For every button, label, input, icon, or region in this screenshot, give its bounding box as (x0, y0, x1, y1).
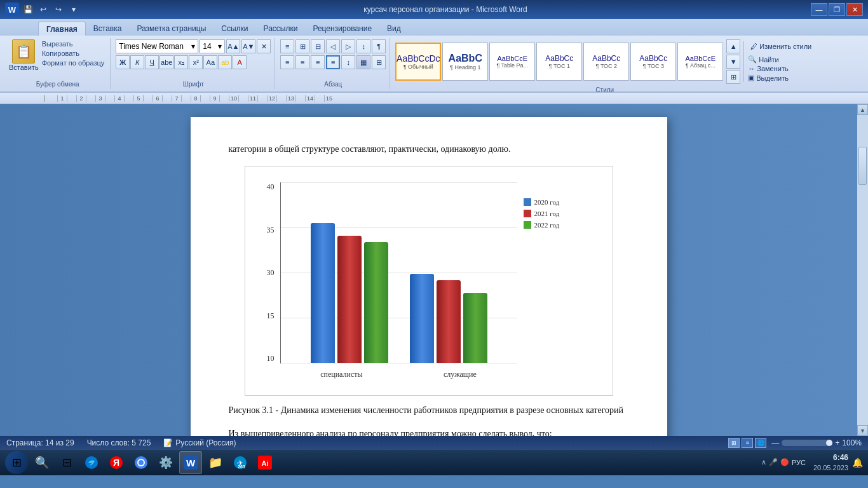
styles-scroll-down[interactable]: ▼ (726, 55, 740, 69)
italic-btn[interactable]: К (130, 55, 144, 69)
line-spacing-btn[interactable]: ↕ (341, 55, 355, 69)
style-toc1[interactable]: AaBbCc ¶ ТОС 1 (536, 43, 582, 81)
align-right-btn[interactable]: ≡ (311, 55, 325, 69)
ruler-mark (143, 95, 153, 102)
vertical-scrollbar[interactable]: ▲ ▼ (857, 104, 868, 436)
style-toc3-label: ¶ ТОС 3 (643, 63, 664, 69)
decrease-font-btn[interactable]: A▼ (241, 39, 255, 53)
align-left-btn[interactable]: ≡ (280, 55, 294, 69)
list-multilevel-btn[interactable]: ⊟ (311, 39, 325, 53)
taskbar-search[interactable]: 🔍 (31, 451, 53, 474)
copy-btn[interactable]: Копировать (40, 49, 107, 58)
styles-scroll-up[interactable]: ▲ (726, 39, 740, 53)
start-button[interactable]: ⊞ (5, 451, 28, 474)
increase-font-btn[interactable]: A▲ (226, 39, 240, 53)
view-btns: ⊞ ≡ 🌐 (728, 438, 766, 448)
title-bar: W 💾 ↩ ↪ ▾ курсач персонал организации - … (0, 0, 868, 19)
maximize-btn[interactable]: ❐ (829, 3, 845, 16)
tray-alert: 🔴 (780, 458, 789, 466)
word-count: Число слов: 5 725 (87, 438, 151, 447)
tab-references[interactable]: Ссылки (214, 22, 255, 36)
font-size-selector[interactable]: 14 ▾ (200, 39, 225, 53)
minimize-btn[interactable]: — (811, 3, 827, 16)
style-abzac[interactable]: AaBbCcE ¶ Абзац с... (677, 43, 723, 81)
style-table-para[interactable]: AaBbCcE ¶ Table Pa... (489, 43, 535, 81)
subscript-btn[interactable]: x₂ (174, 55, 188, 69)
app-icon: W (5, 3, 19, 17)
border-btn[interactable]: ⊞ (372, 55, 386, 69)
redo-quick-btn[interactable]: ↪ (52, 4, 65, 15)
style-toc3[interactable]: AaBbCc ¶ ТОС 3 (630, 43, 676, 81)
paste-button[interactable]: 📋 Вставить (9, 39, 39, 71)
styles-more[interactable]: ⊞ (726, 70, 740, 84)
x-label-specialists: специалисты (320, 370, 362, 379)
align-center-btn[interactable]: ≡ (295, 55, 309, 69)
taskbar-yandex[interactable]: Я (105, 451, 128, 474)
taskbar-edge[interactable] (80, 451, 103, 474)
change-case-btn[interactable]: Аа (203, 55, 217, 69)
style-toc2[interactable]: AaBbCc ¶ ТОС 2 (583, 43, 629, 81)
tab-review[interactable]: Рецензирование (305, 22, 379, 36)
scroll-track[interactable] (857, 115, 868, 425)
find-replace-group: 🔍 Найти ↔ Заменить ▣ Выделить (748, 55, 814, 82)
clear-format-btn[interactable]: ✕ (257, 39, 271, 53)
scroll-up-btn[interactable]: ▲ (857, 104, 868, 115)
taskbar-chrome[interactable] (130, 451, 153, 474)
ruler-mark: 10 (229, 95, 238, 102)
list-unordered-btn[interactable]: ≡ (280, 39, 294, 53)
select-btn[interactable]: ▣ Выделить (748, 74, 814, 82)
language-label: РУС (792, 459, 806, 466)
sort-btn[interactable]: ↕ (356, 39, 370, 53)
taskbar-acrobat[interactable]: Ai (254, 451, 276, 474)
underline-btn[interactable]: Ч (145, 55, 159, 69)
ruler-mark: 2 (76, 95, 86, 102)
close-btn[interactable]: ✕ (846, 3, 863, 16)
ruler-mark: 6 (153, 95, 162, 102)
zoom-slider[interactable] (782, 440, 832, 446)
font-name-selector[interactable]: Times New Roman ▾ (116, 39, 198, 53)
undo-quick-btn[interactable]: ↩ (37, 4, 50, 15)
taskbar-settings[interactable]: ⚙️ (154, 451, 177, 474)
replace-btn[interactable]: ↔ Заменить (748, 65, 814, 72)
tab-mailings[interactable]: Рассылки (256, 22, 306, 36)
change-styles-btn[interactable]: 🖊 Изменить стили (748, 41, 814, 51)
style-heading1[interactable]: AaBbC ¶ Heading 1 (442, 43, 488, 81)
taskbar-taskview[interactable]: ⊟ (55, 451, 78, 474)
tab-home[interactable]: Главная (38, 22, 86, 36)
taskbar-files[interactable]: 📁 (204, 451, 227, 474)
format-painter-btn[interactable]: Формат по образцу (40, 58, 107, 67)
align-justify-btn[interactable]: ≡ (326, 55, 340, 69)
show-marks-btn[interactable]: ¶ (372, 39, 386, 53)
tray-arrow[interactable]: ∧ (761, 458, 766, 466)
notification-btn[interactable]: 🔔 (852, 458, 863, 468)
tab-page-layout[interactable]: Разметка страницы (129, 22, 214, 36)
view-web-btn[interactable]: 🌐 (755, 438, 766, 448)
decrease-indent-btn[interactable]: ◁ (326, 39, 340, 53)
cut-btn[interactable]: Вырезать (40, 39, 107, 48)
style-normal[interactable]: AaBbCcDc ¶ Обычный (395, 43, 441, 81)
increase-indent-btn[interactable]: ▷ (341, 39, 355, 53)
customize-quick-btn[interactable]: ▾ (67, 4, 80, 15)
tab-view[interactable]: Вид (379, 22, 409, 36)
ruler-mark (238, 95, 248, 102)
highlight-btn[interactable]: ab (218, 55, 232, 69)
paragraph-row2: ≡ ≡ ≡ ≡ ↕ ▦ ⊞ (280, 55, 386, 69)
scroll-thumb[interactable] (858, 147, 867, 185)
strikethrough-btn[interactable]: abe (159, 55, 173, 69)
zoom-in-btn[interactable]: + (835, 438, 839, 447)
font-color-btn[interactable]: А (233, 55, 247, 69)
tab-insert[interactable]: Вставка (86, 22, 130, 36)
taskbar-word[interactable]: W (179, 451, 202, 474)
find-btn[interactable]: 🔍 Найти (748, 55, 814, 64)
bold-btn[interactable]: Ж (116, 55, 130, 69)
y-label-15: 15 (258, 311, 275, 321)
superscript-btn[interactable]: x² (189, 55, 203, 69)
taskbar-telegram[interactable]: ✈ 263 (229, 451, 252, 474)
shading-btn[interactable]: ▦ (356, 55, 370, 69)
zoom-out-btn[interactable]: — (771, 438, 779, 447)
list-ordered-btn[interactable]: ⊞ (295, 39, 309, 53)
view-page-btn[interactable]: ⊞ (728, 438, 740, 448)
view-reading-btn[interactable]: ≡ (742, 438, 753, 448)
scroll-down-btn[interactable]: ▼ (857, 425, 868, 436)
save-quick-btn[interactable]: 💾 (22, 4, 34, 15)
